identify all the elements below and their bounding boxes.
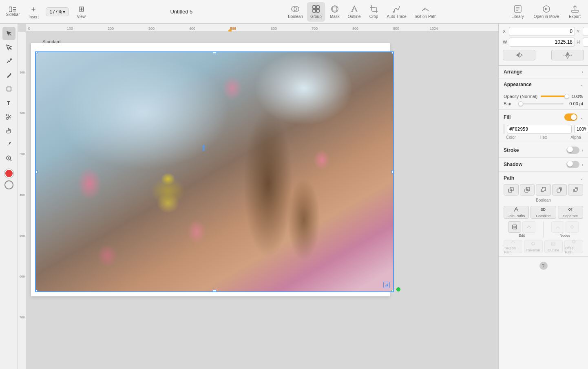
reverse-label: Reverse [526,248,540,252]
fill-alpha-input[interactable] [574,125,588,133]
edit-btn[interactable] [508,221,521,233]
opacity-thumb[interactable] [564,94,569,99]
h-field: H [577,38,588,47]
fill-color-swatch[interactable] [4,169,13,178]
image-canvas[interactable]: ⬆ 1025.18 × 686.48 [35,51,394,292]
insert-btn[interactable]: ＋ Insert [24,2,42,22]
view-btn[interactable]: ⊞ View [72,2,90,22]
group-btn[interactable]: Group [307,2,325,22]
path-chevron[interactable]: ⌄ [580,176,583,180]
path-title-row: Path ⌄ [504,175,583,181]
appearance-header[interactable]: Appearance ⌄ [499,78,588,91]
blur-label: Blur [504,101,516,106]
svg-rect-50 [575,189,577,191]
sidebar-toggle-btn[interactable]: Sidebar [4,5,21,18]
help-btn[interactable]: ? [539,262,548,270]
svg-rect-25 [7,87,11,91]
pen-tool[interactable] [2,55,15,68]
canvas-area[interactable]: 0 100 200 300 400 500 600 700 800 900 10… [18,24,498,369]
fill-section: Fill ⌄ ✏ Color [499,110,588,143]
pencil-tool[interactable] [2,69,15,82]
nodes-btn1 [551,221,564,233]
shadow-controls: › [566,161,583,168]
fill-toggle-area: ⌄ [564,113,583,121]
shadow-toggle[interactable] [566,161,579,168]
fill-expand-chevron[interactable]: ⌄ [580,115,583,120]
shape-tool[interactable] [2,82,15,96]
blur-slider[interactable] [518,103,564,104]
opacity-label[interactable]: Opacity (Normal) [504,94,538,99]
stroke-title: Stroke [504,147,519,153]
stroke-color-swatch[interactable] [4,180,13,189]
coords-row-wh: W H [503,38,584,47]
auto-trace-btn[interactable]: Auto Trace [384,2,410,22]
blur-thumb[interactable] [518,101,523,106]
nodes-btns [551,221,579,233]
paint-tool[interactable] [2,138,15,151]
svg-rect-6 [313,6,316,9]
ruler-mark-0: 0 [28,27,30,31]
text-on-path-path-btn: T Text on Path [504,240,522,253]
library-btn[interactable]: Library [508,2,527,22]
blur-row: Blur 0.00 pt [504,101,583,106]
svg-text:T: T [424,7,426,11]
svg-point-24 [10,58,12,60]
text-tool[interactable]: T [2,96,15,109]
handle-bm[interactable] [213,290,216,292]
boolean-btn[interactable]: Boolean [285,2,306,22]
y-input[interactable] [583,27,588,36]
ruler-horizontal: 0 100 200 300 400 500 600 700 800 900 10… [26,24,498,32]
stroke-chevron[interactable]: › [582,148,583,153]
flip-h-btn[interactable] [503,50,535,60]
handle-ml[interactable] [35,170,38,173]
open-in-move-btn[interactable]: Open in Move [531,2,562,22]
combine-btn[interactable]: Combine [531,206,556,219]
ruler-v-400: 400 [20,193,25,197]
boolean-icon [291,4,300,13]
toolbar-right: Library Open in Move Export [453,2,584,22]
fill-hex-input[interactable] [507,125,572,133]
svg-rect-55 [514,226,515,228]
bool-union-btn[interactable] [504,184,519,196]
w-input[interactable] [509,38,575,47]
outline-btn[interactable]: Outline [345,2,364,22]
toolbar-center: Boolean Group Mask Outl [273,2,452,22]
stroke-toggle[interactable] [566,147,579,154]
bool-subtract-btn[interactable] [536,184,551,196]
bool-xor-btn[interactable] [568,184,583,196]
svg-rect-8 [313,9,316,12]
handle-br[interactable] [391,290,394,292]
page-canvas[interactable]: ⬆ 1025.18 × 686.48 [31,43,390,296]
flip-v-btn[interactable] [551,50,584,60]
bool-intersect-btn[interactable] [520,184,535,196]
bool-subtract2-btn[interactable] [552,184,567,196]
arrange-section-header[interactable]: Arrange › [499,66,588,78]
handle-mr[interactable] [391,170,394,173]
export-icon [570,4,579,13]
export-btn[interactable]: Export [566,2,584,22]
shadow-chevron[interactable]: › [582,162,583,167]
join-paths-btn[interactable]: Join Paths [504,206,529,219]
hand-tool[interactable] [2,124,15,137]
select-tool[interactable] [2,27,15,40]
text-on-path-btn[interactable]: T Text on Path [411,2,440,22]
h-input[interactable] [583,38,588,47]
fill-toggle[interactable] [564,113,577,121]
handle-tr[interactable] [391,51,394,54]
mask-btn[interactable]: Mask [326,2,344,22]
handle-bl[interactable] [35,290,38,292]
handle-tl[interactable] [35,51,38,54]
scissors-tool[interactable] [2,110,15,123]
handle-tm[interactable] [213,51,216,54]
separate-label: Separate [563,214,578,218]
x-input[interactable] [509,27,575,36]
text-on-path-icon: T [421,4,430,13]
direct-select-tool[interactable] [2,41,15,54]
zoom-control[interactable]: 177% ▾ [46,7,69,16]
zoom-tool[interactable] [2,152,15,165]
separate-btn[interactable]: Separate [558,206,583,219]
crop-btn[interactable]: Crop [365,2,383,22]
ruler-mark-1024: 1024 [430,27,438,31]
opacity-slider[interactable] [541,96,568,97]
fill-color-swatch[interactable]: ✏ [504,124,504,134]
